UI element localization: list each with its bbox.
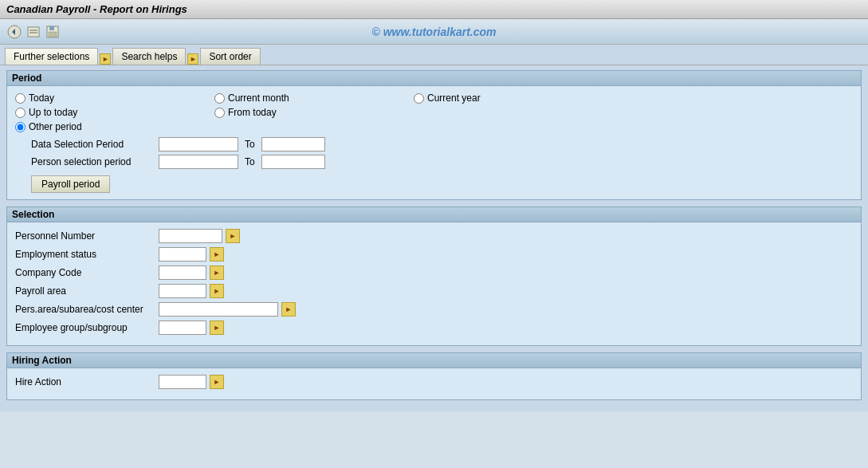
company-code-label: Company Code <box>15 267 159 278</box>
payroll-area-row: Payroll area ► <box>15 284 853 298</box>
radio-other-period[interactable]: Other period <box>15 121 135 132</box>
employee-group-input[interactable] <box>159 321 206 335</box>
tab-further-selections[interactable]: Further selections <box>5 48 98 65</box>
tab-further-selections-label: Further selections <box>14 51 89 62</box>
tab-arrow-2: ► <box>187 53 198 65</box>
save-icon[interactable] <box>45 24 61 40</box>
payroll-period-button[interactable]: Payroll period <box>31 175 110 193</box>
radio-current-month[interactable]: Current month <box>214 92 334 104</box>
payroll-area-arrow[interactable]: ► <box>210 284 224 298</box>
radio-up-to-today[interactable]: Up to today <box>15 107 135 118</box>
data-selection-input-from[interactable] <box>159 137 238 151</box>
pers-area-input[interactable] <box>159 302 278 317</box>
employee-group-row: Employee group/subgroup ► <box>15 321 853 335</box>
tab-arrow-1: ► <box>100 53 111 65</box>
payroll-area-input[interactable] <box>159 284 206 298</box>
personnel-number-row: Personnel Number ► <box>15 229 853 243</box>
back-icon[interactable] <box>6 24 22 40</box>
personnel-number-arrow[interactable]: ► <box>226 229 240 243</box>
tab-search-helps-label: Search helps <box>121 51 177 62</box>
tab-search-helps[interactable]: Search helps <box>112 48 186 65</box>
tabs-bar: Further selections ► Search helps ► Sort… <box>0 45 868 65</box>
employee-group-label: Employee group/subgroup <box>15 322 159 333</box>
period-section-header: Period <box>7 71 861 86</box>
app-title: Canadian Payroll - Report on Hirings <box>6 3 187 15</box>
svg-rect-2 <box>28 27 39 37</box>
personnel-number-input[interactable] <box>159 229 222 243</box>
hire-action-input[interactable] <box>159 375 206 389</box>
title-bar: Canadian Payroll - Report on Hirings <box>0 0 868 19</box>
tab-sort-order-label: Sort order <box>209 51 251 62</box>
hiring-action-section: Hiring Action Hire Action ► <box>6 352 862 400</box>
company-code-input[interactable] <box>159 265 206 280</box>
person-selection-label: Person selection period <box>31 156 159 167</box>
data-selection-input-to[interactable] <box>261 137 325 151</box>
toolbar: © www.tutorialkart.com <box>0 19 868 45</box>
personnel-number-label: Personnel Number <box>15 230 159 242</box>
employment-status-row: Employment status ► <box>15 247 853 262</box>
radio-from-today[interactable]: From today <box>214 107 334 118</box>
data-selection-row: Data Selection Period To <box>15 137 853 151</box>
svg-rect-7 <box>49 32 57 37</box>
data-selection-label: Data Selection Period <box>31 139 159 150</box>
hire-action-arrow[interactable]: ► <box>210 375 224 389</box>
employment-status-label: Employment status <box>15 249 159 260</box>
pers-area-label: Pers.area/subarea/cost center <box>15 304 159 315</box>
person-selection-row: Person selection period To <box>15 155 853 169</box>
selection-section-header: Selection <box>7 207 861 222</box>
radio-today[interactable]: Today <box>15 92 135 104</box>
hiring-action-header: Hiring Action <box>7 353 861 368</box>
to-label-1: To <box>245 139 255 150</box>
company-code-row: Company Code ► <box>15 265 853 280</box>
hire-action-row: Hire Action ► <box>15 375 853 389</box>
list-icon[interactable] <box>26 24 41 40</box>
to-label-2: To <box>245 156 255 167</box>
person-selection-input-from[interactable] <box>159 155 238 169</box>
company-code-arrow[interactable]: ► <box>210 265 224 280</box>
employment-status-arrow[interactable]: ► <box>210 247 224 262</box>
watermark: © www.tutorialkart.com <box>371 26 496 38</box>
hire-action-label: Hire Action <box>15 376 159 387</box>
employee-group-arrow[interactable]: ► <box>210 321 224 335</box>
employment-status-input[interactable] <box>159 247 206 262</box>
tab-sort-order[interactable]: Sort order <box>200 48 260 65</box>
selection-section: Selection Personnel Number ► Employment … <box>6 206 862 346</box>
radio-current-year[interactable]: Current year <box>414 92 533 104</box>
payroll-area-label: Payroll area <box>15 285 159 297</box>
pers-area-arrow[interactable]: ► <box>281 302 296 317</box>
svg-rect-6 <box>49 26 54 30</box>
person-selection-input-to[interactable] <box>261 155 325 169</box>
pers-area-row: Pers.area/subarea/cost center ► <box>15 302 853 317</box>
period-section: Period Today Current month Current year <box>6 70 862 200</box>
